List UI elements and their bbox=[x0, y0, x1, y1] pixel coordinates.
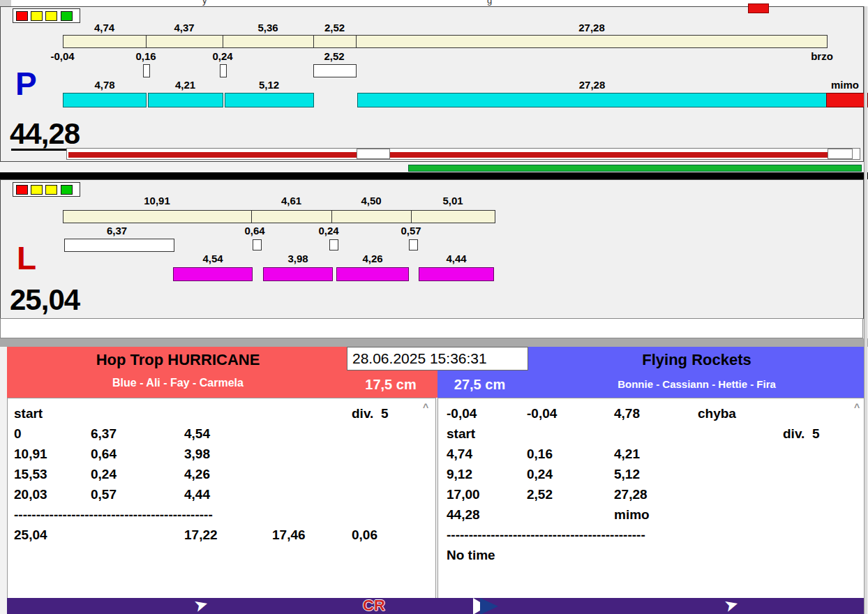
l-lane-letter: L bbox=[17, 241, 36, 276]
score-cell: 0 bbox=[14, 426, 22, 442]
score-cell: 0,24 bbox=[91, 467, 117, 482]
score-cell: No time bbox=[447, 548, 495, 563]
l-run-label: 3,98 bbox=[263, 253, 333, 264]
l-plan-label: 10,91 bbox=[63, 195, 251, 207]
score-cell: div. 5 bbox=[352, 406, 388, 421]
score-cell: 4,44 bbox=[184, 487, 210, 502]
sponsor-banner: ➤ CR ➤ bbox=[7, 598, 867, 614]
dash-separator: ----------------------------------------… bbox=[14, 507, 213, 523]
l-diff-label: 0,64 bbox=[237, 225, 272, 237]
left-team-name: Hop Trop HURRICANE bbox=[7, 351, 349, 369]
p-diff-label: 0,16 bbox=[128, 50, 163, 62]
p-fault-bar bbox=[826, 93, 868, 107]
score-cell: 20,03 bbox=[14, 487, 47, 502]
left-scroll-up-icon[interactable]: ^ bbox=[423, 402, 428, 413]
l-plan-bar bbox=[331, 210, 412, 223]
p-run-label: 5,12 bbox=[224, 79, 314, 91]
light-green-icon bbox=[61, 185, 73, 195]
l-diff-marker bbox=[409, 239, 418, 250]
score-cell: div. 5 bbox=[783, 426, 819, 442]
p-progress-green-bar bbox=[408, 165, 862, 172]
l-diff-label: 0,24 bbox=[311, 225, 346, 237]
score-cell: 5,12 bbox=[614, 467, 640, 482]
timing-app-window: y g 4,74 4,37 5,36 2,52 27,28 -0,04 0,16… bbox=[0, 0, 868, 614]
p-fault-label: mimo bbox=[825, 79, 865, 91]
p-diff-label: 2,52 bbox=[317, 50, 352, 62]
l-diff-marker bbox=[64, 239, 174, 252]
light-yellow-icon bbox=[31, 185, 43, 195]
p-run-label: 4,21 bbox=[147, 79, 223, 91]
score-cell: 27,28 bbox=[614, 487, 648, 502]
empty-status-strip bbox=[0, 318, 863, 338]
lane-divider bbox=[0, 172, 868, 179]
score-cell: chyba bbox=[698, 406, 736, 421]
p-plan-label: 4,74 bbox=[63, 22, 146, 33]
score-cell: 0,64 bbox=[91, 447, 117, 462]
p-plan-label: 27,28 bbox=[356, 22, 828, 33]
score-cell: 4,26 bbox=[184, 467, 210, 482]
p-plan-label: 4,37 bbox=[146, 22, 223, 33]
score-cell: start bbox=[447, 426, 475, 442]
right-scroll-up-icon[interactable]: ^ bbox=[854, 402, 860, 413]
l-run-bar bbox=[173, 267, 253, 281]
p-run-bar bbox=[148, 93, 223, 107]
l-run-label: 4,54 bbox=[173, 253, 253, 264]
top-menu-strip: y g bbox=[0, 0, 868, 6]
l-run-label: 4,44 bbox=[419, 253, 494, 264]
p-traffic-lights bbox=[13, 8, 80, 23]
p-progress-gap bbox=[357, 149, 390, 159]
p-diff-label: -0,04 bbox=[43, 50, 82, 62]
top-corner-decoration bbox=[0, 0, 11, 6]
p-progress-gap bbox=[828, 149, 853, 159]
l-run-bar bbox=[419, 267, 494, 281]
l-diff-label: 6,37 bbox=[98, 225, 136, 237]
score-cell: 6,37 bbox=[91, 426, 117, 442]
p-run-bar bbox=[63, 93, 147, 107]
p-lane-letter: P bbox=[15, 66, 37, 101]
score-cell: 0,06 bbox=[352, 527, 377, 543]
p-run-label: 27,28 bbox=[357, 79, 827, 91]
l-plan-bar bbox=[411, 210, 495, 223]
score-cell: 0,24 bbox=[527, 467, 553, 482]
p-diff-label: 0,24 bbox=[205, 50, 240, 62]
score-cell: 0,16 bbox=[527, 447, 553, 462]
right-team-lineup: Bonnie - Cassiann - Hettie - Fira bbox=[527, 378, 867, 390]
p-diff-marker bbox=[220, 64, 227, 77]
arrow-logo-icon: ➤ bbox=[192, 598, 210, 614]
score-cell: 3,98 bbox=[184, 447, 210, 462]
p-plan-bar bbox=[223, 35, 314, 48]
l-total-time: 25,04 bbox=[10, 285, 80, 315]
score-cell: 15,53 bbox=[14, 467, 47, 482]
score-cell: 4,54 bbox=[184, 426, 210, 442]
score-cell: 0,57 bbox=[91, 487, 117, 502]
left-jump-height: 17,5 cm bbox=[352, 377, 429, 393]
p-progress-red-bar bbox=[68, 152, 851, 158]
arrow-logo-icon: ➤ bbox=[722, 598, 740, 614]
p-speed-label: brzo bbox=[804, 50, 840, 62]
score-cell: mimo bbox=[614, 507, 650, 523]
score-cell: -0,04 bbox=[447, 406, 477, 421]
window-right-edge bbox=[864, 6, 867, 614]
light-yellow2-icon bbox=[45, 11, 57, 21]
p-plan-label: 5,36 bbox=[223, 22, 313, 33]
p-run-label: 4,78 bbox=[63, 79, 147, 91]
score-cell: 44,28 bbox=[447, 507, 480, 523]
l-plan-label: 5,01 bbox=[411, 195, 495, 207]
left-score-panel[interactable] bbox=[7, 398, 436, 599]
light-yellow-icon bbox=[31, 11, 43, 21]
score-cell: 17,00 bbox=[447, 487, 480, 502]
l-plan-label: 4,61 bbox=[251, 195, 331, 207]
score-cell: start bbox=[14, 406, 43, 421]
left-team-lineup: Blue - Ali - Fay - Carmela bbox=[7, 377, 349, 389]
l-plan-bar bbox=[63, 210, 252, 223]
l-run-label: 4,26 bbox=[336, 253, 409, 264]
score-cell: 4,21 bbox=[614, 447, 640, 462]
score-cell: 17,22 bbox=[184, 527, 218, 543]
dash-separator: ----------------------------------------… bbox=[447, 527, 645, 543]
light-yellow2-icon bbox=[45, 185, 57, 195]
p-plan-bar bbox=[146, 35, 223, 48]
l-diff-label: 0,57 bbox=[394, 225, 428, 237]
menu-text-fragment: y bbox=[202, 0, 207, 6]
right-team-name: Flying Rockets bbox=[527, 351, 867, 369]
score-cell: 10,91 bbox=[14, 447, 47, 462]
